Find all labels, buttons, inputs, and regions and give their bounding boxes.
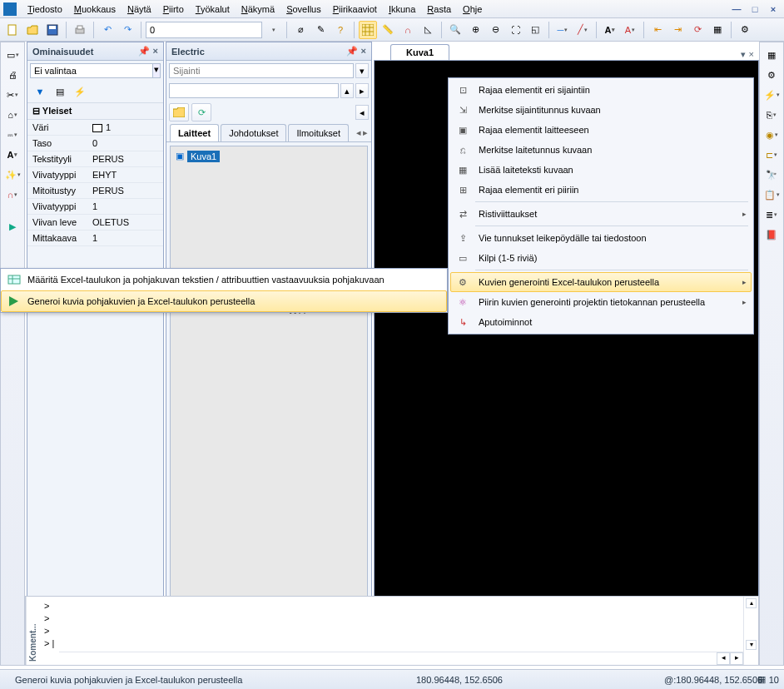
ctx-helpers[interactable]: ↳Aputoiminnot [450, 312, 752, 332]
copy-tool-icon[interactable]: ⎘ [762, 106, 782, 124]
ctx-crop-circuit[interactable]: ⊞Rajaa elementit eri piiriin [450, 180, 752, 200]
menu-window[interactable]: Ikkuna [383, 2, 421, 17]
panel-pin-icon[interactable]: 📌 [138, 46, 150, 57]
menu-draw[interactable]: Piirto [157, 2, 190, 17]
selection-combo[interactable] [30, 63, 153, 78]
layers-icon[interactable]: ▦ [708, 21, 727, 39]
component-icon[interactable]: ⚙ [736, 21, 754, 39]
scissors-tool-icon[interactable]: ✂ [2, 86, 22, 104]
filter-input[interactable] [169, 83, 339, 98]
panel-close-icon[interactable]: × [361, 46, 366, 57]
text-a-icon[interactable]: A [2, 146, 22, 164]
zoom-window-icon[interactable]: 🔍 [446, 21, 464, 39]
print-button[interactable] [71, 21, 89, 39]
wand-tool-icon[interactable]: ✨ [2, 166, 22, 184]
location-dropdown-icon[interactable]: ▾ [355, 63, 369, 78]
selection-dropdown-icon[interactable]: ▾ [153, 63, 161, 78]
clipboard-icon[interactable]: 📋 [762, 186, 782, 204]
panel-close-icon[interactable]: × [153, 46, 158, 57]
menu-file[interactable]: Tiedosto [22, 2, 68, 17]
prop-lightning-icon[interactable]: ⚡ [71, 82, 89, 101]
command-hscroll[interactable]: ◂ ▸ [59, 652, 743, 665]
ctx-generate-db[interactable]: ⚛Piirin kuvien generointi projektin tiet… [450, 292, 752, 312]
window-close-button[interactable]: × [766, 4, 781, 14]
nav-next-icon[interactable]: ▸ [355, 83, 369, 98]
generate-tool-icon[interactable]: ▶ [2, 217, 22, 235]
ctx-nameplate[interactable]: ▭Kilpi (1-5 riviä) [450, 248, 752, 268]
tool-help-icon[interactable]: ? [331, 21, 350, 39]
save-button[interactable] [43, 21, 62, 39]
flyout-item-define-mapping[interactable]: Määritä Excel-taulukon ja pohjakuvan tek… [1, 269, 447, 290]
tabs-right-icon[interactable]: ▸ [363, 127, 368, 138]
tab-notifications[interactable]: Ilmoitukset [288, 124, 349, 141]
menu-view[interactable]: Näytä [122, 2, 157, 17]
zoom-fit-icon[interactable]: ⛶ [506, 21, 524, 39]
tool-pencil-icon[interactable]: ✎ [311, 21, 330, 39]
symbol-icon[interactable]: ◉ [762, 126, 782, 144]
location-input[interactable] [169, 63, 354, 78]
zoom-in-icon[interactable]: ⊕ [466, 21, 484, 39]
menu-tools[interactable]: Työkalut [190, 2, 236, 17]
menu-app[interactable]: Sovellus [280, 2, 327, 17]
ctx-add-text[interactable]: ▦Lisää laiteteksti kuvaan [450, 160, 752, 180]
doc-tab-kuva1[interactable]: Kuva1 [390, 44, 449, 60]
text-style-dropdown[interactable]: A [621, 21, 639, 39]
command-vscroll[interactable]: ▴ ▾ [743, 597, 758, 665]
palette-icon[interactable]: ▦ [762, 46, 782, 64]
tabs-left-icon[interactable]: ◂ [356, 127, 361, 138]
ctx-crop-location[interactable]: ⊡Rajaa elementit eri sijaintiin [450, 80, 752, 100]
ctx-export-ids[interactable]: ⇪Vie tunnukset leikepöydälle tai tiedost… [450, 228, 752, 248]
open-file-button[interactable] [23, 21, 42, 39]
flyout-item-generate-images[interactable]: Generoi kuvia pohjakuvien ja Excel-taulu… [1, 290, 447, 312]
device-tree[interactable]: ▣ Kuva1 Määritä kuvan tyyppi [170, 146, 368, 631]
ctx-crossrefs[interactable]: ⇄Ristiviittaukset▸ [450, 204, 752, 224]
align-right-icon[interactable]: ⇥ [668, 21, 687, 39]
folder-open-icon[interactable] [169, 103, 189, 121]
tree-item-kuva1[interactable]: Kuva1 [187, 151, 220, 162]
refresh-icon[interactable]: ⟳ [688, 21, 707, 39]
zoom-extent-icon[interactable]: ◱ [526, 21, 544, 39]
magnet-tool-icon[interactable]: ∩ [2, 186, 22, 204]
snap-ruler-icon[interactable]: 📏 [379, 21, 397, 39]
terminal-icon[interactable]: ⊏ [762, 146, 782, 164]
linecolor-dropdown[interactable]: ╱ [573, 21, 592, 39]
prop-apply-icon[interactable]: ▤ [51, 82, 69, 101]
ctx-mark-location[interactable]: ⇲Merkitse sijaintitunnus kuvaan [450, 100, 752, 120]
menu-circuits[interactable]: Piirikaaviot [327, 2, 383, 17]
undo-button[interactable]: ↶ [98, 21, 117, 39]
menu-rasta[interactable]: Rasta [421, 2, 457, 17]
home-tool-icon[interactable]: ⌂ [2, 106, 22, 124]
redo-button[interactable]: ↷ [118, 21, 136, 39]
menu-edit[interactable]: Muokkaus [68, 2, 122, 17]
snap-angle-icon[interactable]: ◺ [419, 21, 437, 39]
align-left-icon[interactable]: ⇤ [648, 21, 667, 39]
ctx-crop-device[interactable]: ▣Rajaa elementit laitteeseen [450, 120, 752, 140]
nav-up-icon[interactable]: ▴ [340, 83, 354, 98]
refresh-list-icon[interactable]: ⟳ [191, 103, 211, 121]
value-input[interactable] [146, 22, 262, 38]
book-icon[interactable]: 📕 [762, 226, 782, 244]
gear-icon[interactable]: ⚙ [762, 66, 782, 84]
new-file-button[interactable] [3, 21, 22, 39]
value-dropdown[interactable] [264, 21, 282, 39]
text-tool-button[interactable]: A [601, 21, 619, 39]
connector-tool-icon[interactable]: ⎓ [2, 126, 22, 144]
doc-menu-icon[interactable]: ▾ [741, 49, 746, 60]
binoculars-icon[interactable]: 🔭 [762, 166, 782, 184]
doc-close-icon[interactable]: × [749, 49, 754, 60]
command-prompt[interactable]: > | [44, 637, 738, 650]
linestyle-dropdown[interactable]: ─ [553, 21, 572, 39]
collapse-icon[interactable]: ◂ [355, 105, 369, 120]
component-lib-icon[interactable]: ⚡ [762, 86, 782, 104]
ctx-generate-excel[interactable]: ⚙Kuvien generointi Excel-taulukon perust… [450, 272, 752, 292]
grid-toggle-button[interactable] [359, 21, 377, 39]
menu-help[interactable]: Ohje [457, 2, 488, 17]
panel-pin-icon[interactable]: 📌 [346, 46, 358, 57]
list-tool-icon[interactable]: ≣ [762, 206, 782, 224]
print-tool-icon[interactable]: 🖨 [2, 66, 22, 84]
tool-eraser-icon[interactable]: ⌀ [291, 21, 310, 39]
tab-devices[interactable]: Laitteet [170, 124, 219, 141]
select-tool-icon[interactable]: ▭ [2, 46, 22, 64]
menu-viewset[interactable]: Näkymä [236, 2, 280, 17]
window-minimize-button[interactable]: — [729, 4, 744, 14]
